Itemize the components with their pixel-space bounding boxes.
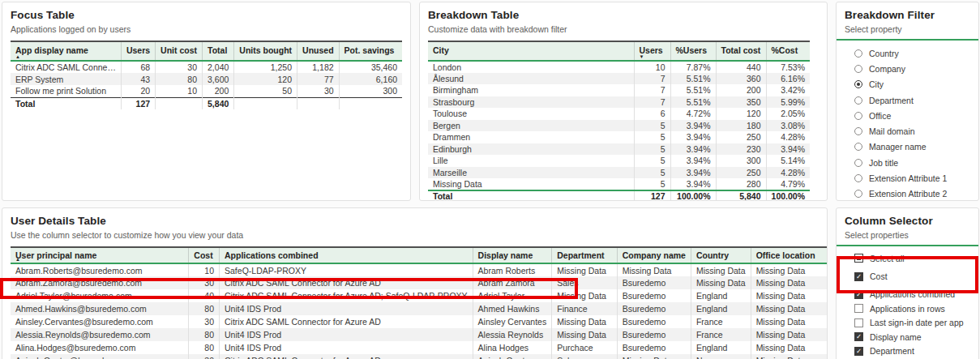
cell[interactable]: SafeQ-LDAP-PROXY xyxy=(220,263,473,276)
cell[interactable]: 7 xyxy=(634,96,670,109)
cell[interactable]: 4.79% xyxy=(766,178,810,190)
cell[interactable]: Bsuredemo xyxy=(617,302,691,315)
cell[interactable]: 30 xyxy=(297,85,340,97)
cell[interactable]: 80 xyxy=(189,302,220,315)
filter-option-mail-domain[interactable]: Mail domain xyxy=(845,123,978,139)
cell[interactable]: 4.28% xyxy=(766,131,810,143)
filter-option-extension-attribute-2[interactable]: Extension Attribute 2 xyxy=(845,186,978,201)
cell[interactable]: 5.51% xyxy=(670,73,716,85)
cell[interactable]: 3.94% xyxy=(670,120,716,132)
cell[interactable]: France xyxy=(691,328,751,341)
cell[interactable]: 3.94% xyxy=(670,131,716,143)
cell[interactable]: England xyxy=(691,289,751,302)
cell[interactable]: Bsuredemo xyxy=(617,289,691,302)
cell[interactable]: Citrix ADC SAML Connector for Azure AD; … xyxy=(220,289,473,302)
cell[interactable]: 180 xyxy=(716,120,766,132)
cell[interactable]: Missing Data xyxy=(617,354,691,359)
cell[interactable]: Unit4 IDS Prod xyxy=(220,328,473,341)
column-header-department[interactable]: Department xyxy=(552,247,618,263)
cell[interactable]: Missing Data xyxy=(552,328,618,341)
cell[interactable]: Adriel Taylor xyxy=(473,289,552,302)
column-option-select-all[interactable]: Select all xyxy=(845,251,978,265)
cell[interactable]: Abram Roberts xyxy=(473,263,552,276)
cell[interactable]: ERP System xyxy=(11,73,121,85)
cell[interactable]: Citrix ADC SAML Conne… xyxy=(11,61,121,73)
cell[interactable]: 5 xyxy=(634,131,670,143)
cell[interactable]: 30 xyxy=(156,61,203,73)
column-header-user-principal-name[interactable]: User principal name▲ xyxy=(11,247,189,263)
cell[interactable]: 7 xyxy=(634,73,670,85)
column-header-company-name[interactable]: Company name xyxy=(617,247,691,263)
cell[interactable]: Ahmed.Hawkins@bsuredemo.com xyxy=(11,302,189,315)
cell[interactable]: Abram.Roberts@bsuredemo.com xyxy=(11,263,189,276)
cell[interactable]: 2.05% xyxy=(766,108,810,120)
cell[interactable]: Follow me print Solution xyxy=(11,85,121,97)
cell[interactable]: 360 xyxy=(716,73,766,85)
cell[interactable]: Ålesund xyxy=(428,73,634,85)
cell[interactable]: 280 xyxy=(716,178,766,190)
cell[interactable]: Missing Data xyxy=(552,289,618,302)
cell[interactable]: Purchace xyxy=(552,341,618,354)
cell[interactable]: 200 xyxy=(203,85,234,97)
cell[interactable]: Missing Data xyxy=(751,354,827,359)
cell[interactable]: 77 xyxy=(297,73,340,85)
cell[interactable]: 43 xyxy=(121,73,155,85)
cell[interactable]: Aniyah.Gentry@bsuredemo.com xyxy=(11,354,189,359)
column-header-unused[interactable]: Unused xyxy=(297,41,340,61)
filter-option-job-title[interactable]: Job title xyxy=(845,155,978,170)
column-header-total[interactable]: Total xyxy=(203,41,234,61)
cell[interactable]: Sales xyxy=(552,354,618,359)
column-header-cost[interactable]: %Cost xyxy=(766,41,810,61)
column-header-city[interactable]: City xyxy=(428,41,634,61)
column-header-display-name[interactable]: Display name xyxy=(473,247,552,263)
column-header-app-display-name[interactable]: App display name▲ xyxy=(11,41,121,61)
cell[interactable]: Missing Data xyxy=(751,315,827,328)
cell[interactable]: 7 xyxy=(634,84,670,96)
cell[interactable]: 35,460 xyxy=(339,61,402,73)
cell[interactable]: 10 xyxy=(634,61,670,73)
cell[interactable]: 5.51% xyxy=(670,84,716,96)
cell[interactable]: Missing Data xyxy=(691,263,751,276)
cell[interactable]: Drammen xyxy=(428,131,634,143)
column-option-applications-in-rows[interactable]: Applications in rows xyxy=(845,301,978,315)
cell[interactable]: 5 xyxy=(634,167,670,179)
cell[interactable]: 50 xyxy=(234,85,297,97)
cell[interactable]: Alessia.Reynolds@bsuredemo.com xyxy=(11,328,189,341)
cell[interactable]: 40 xyxy=(189,289,220,302)
cell[interactable]: 80 xyxy=(189,341,220,354)
cell[interactable]: Missing Data xyxy=(552,263,618,276)
cell[interactable]: Alina Hodges xyxy=(473,341,552,354)
column-header-users[interactable]: Users xyxy=(121,41,155,61)
cell[interactable]: 80 xyxy=(189,328,220,341)
cell[interactable]: Bergen xyxy=(428,120,634,132)
cell[interactable]: Citrix ADC SAML Connector for Azure AD xyxy=(220,276,473,289)
filter-option-department[interactable]: Department xyxy=(845,92,978,108)
cell[interactable]: Ahmed Hawkins xyxy=(473,302,552,315)
cell[interactable]: 30 xyxy=(189,315,220,328)
cell[interactable]: 230 xyxy=(716,143,766,156)
cell[interactable]: Missing Data xyxy=(691,276,751,289)
cell[interactable]: 3.42% xyxy=(766,84,810,96)
cell[interactable]: 440 xyxy=(716,61,766,73)
cell[interactable]: Bsuredemo xyxy=(617,276,691,289)
cell[interactable]: Unit4 IDS Prod xyxy=(220,302,473,315)
cell[interactable]: Edinburgh xyxy=(428,143,634,156)
filter-option-company[interactable]: Company xyxy=(845,61,978,76)
filter-option-extension-attribute-1[interactable]: Extension Attribute 1 xyxy=(845,170,978,186)
column-option-cost[interactable]: ✓Cost xyxy=(845,269,978,283)
cell[interactable]: Abram.Zamora@bsuredemo.com xyxy=(11,276,189,289)
cell[interactable]: Missing Data xyxy=(428,178,634,190)
filter-option-country[interactable]: Country xyxy=(845,45,978,61)
cell[interactable]: Alina.Hodges@bsuredemo.com xyxy=(11,341,189,354)
cell[interactable]: 3.94% xyxy=(670,178,716,190)
cell[interactable]: 1,182 xyxy=(297,61,340,73)
cell[interactable]: England xyxy=(691,302,751,315)
cell[interactable]: 3.94% xyxy=(670,167,716,179)
cell[interactable]: Adriel.Taylor@bsuredemo.com xyxy=(11,289,189,302)
cell[interactable]: 10 xyxy=(156,85,203,97)
column-header-users[interactable]: %Users xyxy=(670,41,716,61)
cell[interactable]: 68 xyxy=(121,61,155,73)
cell[interactable]: Bsuredemo xyxy=(617,315,691,328)
cell[interactable]: Citrix ADC SAML Connector for Azure AD xyxy=(220,354,473,359)
cell[interactable]: Abram Zamora xyxy=(473,276,552,289)
